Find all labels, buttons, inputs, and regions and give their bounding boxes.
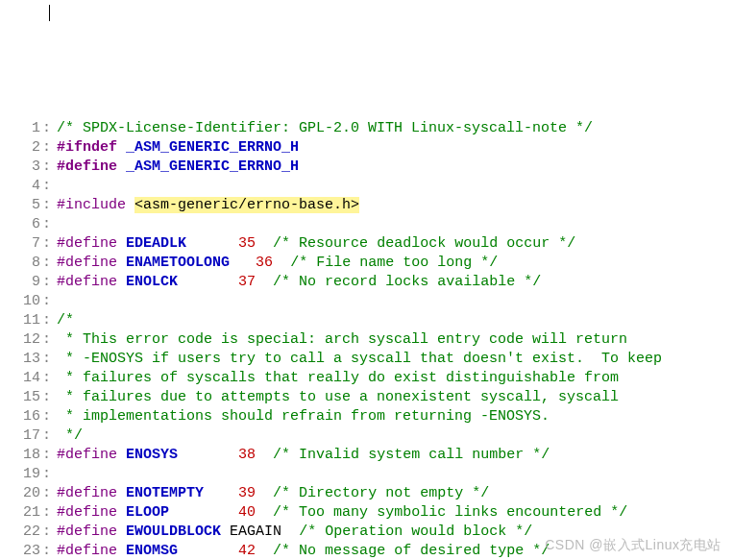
code-line: 14: * failures of syscalls that really d… bbox=[0, 369, 733, 388]
line-number: 5 bbox=[0, 196, 42, 215]
code-line: 22:#define EWOULDBLOCK EAGAIN /* Operati… bbox=[0, 523, 733, 542]
code-text: #define EDEADLK 35 /* Resource deadlock … bbox=[57, 234, 733, 254]
line-number-colon: : bbox=[42, 350, 57, 369]
code-line: 7:#define EDEADLK 35 /* Resource deadloc… bbox=[0, 234, 733, 254]
line-number: 4 bbox=[0, 177, 42, 196]
code-text: #define ENOLCK 37 /* No record locks ava… bbox=[57, 273, 733, 292]
line-number: 15 bbox=[0, 388, 42, 407]
line-number-colon: : bbox=[42, 523, 57, 542]
code-line: 8:#define ENAMETOOLONG 36 /* File name t… bbox=[0, 254, 733, 273]
line-number: 11 bbox=[0, 311, 42, 330]
line-number-colon: : bbox=[42, 215, 57, 234]
code-line: 13: * -ENOSYS if users try to call a sys… bbox=[0, 350, 733, 369]
code-text: /* SPDX-License-Identifier: GPL-2.0 WITH… bbox=[57, 119, 733, 138]
line-number: 6 bbox=[0, 215, 42, 234]
code-text: * This error code is special: arch sysca… bbox=[57, 330, 733, 350]
line-number-colon: : bbox=[42, 388, 57, 407]
line-number-colon: : bbox=[42, 138, 57, 158]
code-line: 16: * implementations should refrain fro… bbox=[0, 407, 733, 426]
code-line: 3:#define _ASM_GENERIC_ERRNO_H bbox=[0, 158, 733, 177]
code-line: 12: * This error code is special: arch s… bbox=[0, 330, 733, 350]
line-number-colon: : bbox=[42, 234, 57, 254]
code-text bbox=[57, 465, 733, 484]
code-line: 1:/* SPDX-License-Identifier: GPL-2.0 WI… bbox=[0, 119, 733, 138]
code-text: * failures of syscalls that really do ex… bbox=[57, 369, 733, 388]
line-number-colon: : bbox=[42, 254, 57, 273]
text-cursor bbox=[49, 5, 50, 21]
code-line: 9:#define ENOLCK 37 /* No record locks a… bbox=[0, 273, 733, 292]
code-text: #define ELOOP 40 /* Too many symbolic li… bbox=[57, 503, 733, 523]
code-line: 21:#define ELOOP 40 /* Too many symbolic… bbox=[0, 503, 733, 523]
line-number-colon: : bbox=[42, 330, 57, 350]
line-number-colon: : bbox=[42, 369, 57, 388]
code-text: #define EWOULDBLOCK EAGAIN /* Operation … bbox=[57, 523, 733, 542]
line-number-colon: : bbox=[42, 542, 57, 560]
line-number: 16 bbox=[0, 407, 42, 426]
line-number: 23 bbox=[0, 542, 42, 560]
code-line: 23:#define ENOMSG 42 /* No message of de… bbox=[0, 542, 733, 560]
line-number: 7 bbox=[0, 234, 42, 254]
line-number: 9 bbox=[0, 273, 42, 292]
line-number-colon: : bbox=[42, 158, 57, 177]
code-text bbox=[57, 215, 733, 234]
code-line: 20:#define ENOTEMPTY 39 /* Directory not… bbox=[0, 484, 733, 503]
line-number-colon: : bbox=[42, 311, 57, 330]
code-text: #define ENOMSG 42 /* No message of desir… bbox=[57, 542, 733, 560]
line-number: 12 bbox=[0, 330, 42, 350]
line-number: 14 bbox=[0, 369, 42, 388]
line-number-colon: : bbox=[42, 119, 57, 138]
line-number-colon: : bbox=[42, 196, 57, 215]
line-number: 17 bbox=[0, 426, 42, 446]
line-number: 1 bbox=[0, 119, 42, 138]
code-text: */ bbox=[57, 426, 733, 446]
line-number: 18 bbox=[0, 446, 42, 465]
line-number: 19 bbox=[0, 465, 42, 484]
line-number-colon: : bbox=[42, 446, 57, 465]
code-text: * implementations should refrain from re… bbox=[57, 407, 733, 426]
line-number-colon: : bbox=[42, 407, 57, 426]
code-line: 4: bbox=[0, 177, 733, 196]
code-line: 15: * failures due to attempts to use a … bbox=[0, 388, 733, 407]
line-number-colon: : bbox=[42, 177, 57, 196]
code-line: 19: bbox=[0, 465, 733, 484]
code-text bbox=[57, 292, 733, 311]
code-text: #define ENOTEMPTY 39 /* Directory not em… bbox=[57, 484, 733, 503]
code-listing: 1:/* SPDX-License-Identifier: GPL-2.0 WI… bbox=[0, 119, 733, 560]
code-line: 10: bbox=[0, 292, 733, 311]
code-text: #define _ASM_GENERIC_ERRNO_H bbox=[57, 158, 733, 177]
code-line: 6: bbox=[0, 215, 733, 234]
line-number: 10 bbox=[0, 292, 42, 311]
code-line: 18:#define ENOSYS 38 /* Invalid system c… bbox=[0, 446, 733, 465]
code-text: * -ENOSYS if users try to call a syscall… bbox=[57, 350, 733, 369]
line-number: 20 bbox=[0, 484, 42, 503]
code-text: #define ENOSYS 38 /* Invalid system call… bbox=[57, 446, 733, 465]
code-line: 2:#ifndef _ASM_GENERIC_ERRNO_H bbox=[0, 138, 733, 158]
code-text: #ifndef _ASM_GENERIC_ERRNO_H bbox=[57, 138, 733, 158]
code-line: 11:/* bbox=[0, 311, 733, 330]
code-line: 5:#include <asm-generic/errno-base.h> bbox=[0, 196, 733, 215]
code-text: * failures due to attempts to use a none… bbox=[57, 388, 733, 407]
line-number: 22 bbox=[0, 523, 42, 542]
code-text: /* bbox=[57, 311, 733, 330]
line-number-colon: : bbox=[42, 503, 57, 523]
code-text: #define ENAMETOOLONG 36 /* File name too… bbox=[57, 254, 733, 273]
line-number: 13 bbox=[0, 350, 42, 369]
line-number: 8 bbox=[0, 254, 42, 273]
code-text bbox=[57, 177, 733, 196]
line-number: 21 bbox=[0, 503, 42, 523]
line-number-colon: : bbox=[42, 465, 57, 484]
code-text: #include <asm-generic/errno-base.h> bbox=[57, 196, 733, 215]
code-line: 17: */ bbox=[0, 426, 733, 446]
line-number-colon: : bbox=[42, 273, 57, 292]
line-number: 3 bbox=[0, 158, 42, 177]
line-number-colon: : bbox=[42, 292, 57, 311]
line-number-colon: : bbox=[42, 426, 57, 446]
line-number-colon: : bbox=[42, 484, 57, 503]
line-number: 2 bbox=[0, 138, 42, 158]
